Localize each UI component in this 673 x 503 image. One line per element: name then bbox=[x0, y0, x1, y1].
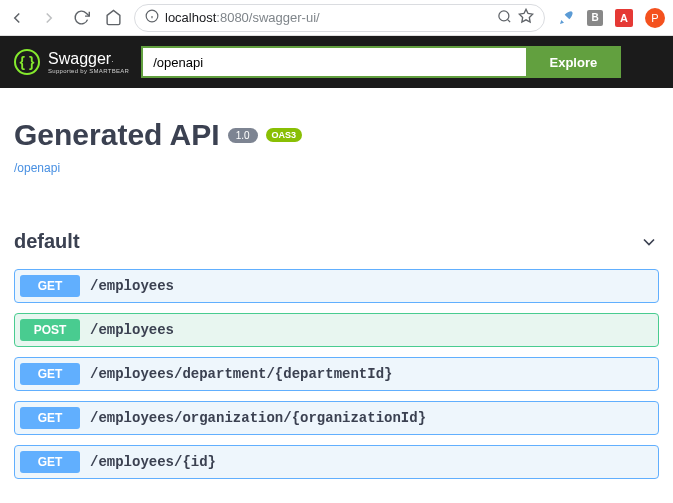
profile-avatar[interactable]: P bbox=[645, 8, 665, 28]
section-title: default bbox=[14, 230, 80, 253]
api-spec-link[interactable]: /openapi bbox=[14, 161, 60, 175]
svg-marker-5 bbox=[519, 9, 532, 22]
operation-path: /employees/{id} bbox=[90, 454, 216, 470]
method-badge-get: GET bbox=[20, 275, 80, 297]
svg-point-3 bbox=[499, 10, 509, 20]
extension-a-icon[interactable]: A bbox=[615, 9, 633, 27]
info-icon[interactable] bbox=[145, 9, 159, 26]
url-text: localhost:8080/swagger-ui/ bbox=[165, 10, 491, 25]
svg-line-4 bbox=[507, 19, 510, 22]
operation-row[interactable]: GET/employees bbox=[14, 269, 659, 303]
operation-row[interactable]: POST/employees bbox=[14, 313, 659, 347]
method-badge-get: GET bbox=[20, 363, 80, 385]
swagger-topbar: { } Swagger. Supported by SMARTBEAR Expl… bbox=[0, 36, 673, 88]
method-badge-get: GET bbox=[20, 407, 80, 429]
home-icon[interactable] bbox=[104, 9, 122, 27]
forward-icon[interactable] bbox=[40, 9, 58, 27]
extension-feather-icon[interactable] bbox=[557, 9, 575, 27]
version-badge: 1.0 bbox=[228, 128, 258, 143]
search-url-icon[interactable] bbox=[497, 9, 512, 27]
operation-row[interactable]: GET/employees/{id} bbox=[14, 445, 659, 479]
back-icon[interactable] bbox=[8, 9, 26, 27]
star-icon[interactable] bbox=[518, 8, 534, 27]
swagger-logo-icon: { } bbox=[14, 49, 40, 75]
api-title: Generated API bbox=[14, 118, 220, 152]
operation-path: /employees bbox=[90, 322, 174, 338]
method-badge-post: POST bbox=[20, 319, 80, 341]
operation-row[interactable]: GET/employees/department/{departmentId} bbox=[14, 357, 659, 391]
operation-path: /employees bbox=[90, 278, 174, 294]
oas-badge: OAS3 bbox=[266, 128, 303, 142]
swagger-subtitle: Supported by SMARTBEAR bbox=[48, 68, 129, 74]
chevron-down-icon bbox=[639, 232, 659, 252]
operation-row[interactable]: GET/employees/organization/{organization… bbox=[14, 401, 659, 435]
explore-button[interactable]: Explore bbox=[526, 46, 622, 78]
operation-path: /employees/department/{departmentId} bbox=[90, 366, 392, 382]
address-bar[interactable]: localhost:8080/swagger-ui/ bbox=[134, 4, 545, 32]
operation-path: /employees/organization/{organizationId} bbox=[90, 410, 426, 426]
section-header-default[interactable]: default bbox=[14, 224, 659, 259]
explore-input[interactable] bbox=[141, 46, 525, 78]
swagger-logo[interactable]: { } Swagger. Supported by SMARTBEAR bbox=[14, 49, 129, 75]
browser-toolbar: localhost:8080/swagger-ui/ B A P bbox=[0, 0, 673, 36]
extension-b-icon[interactable]: B bbox=[587, 10, 603, 26]
reload-icon[interactable] bbox=[72, 9, 90, 27]
swagger-brand-text: Swagger bbox=[48, 50, 111, 68]
method-badge-get: GET bbox=[20, 451, 80, 473]
